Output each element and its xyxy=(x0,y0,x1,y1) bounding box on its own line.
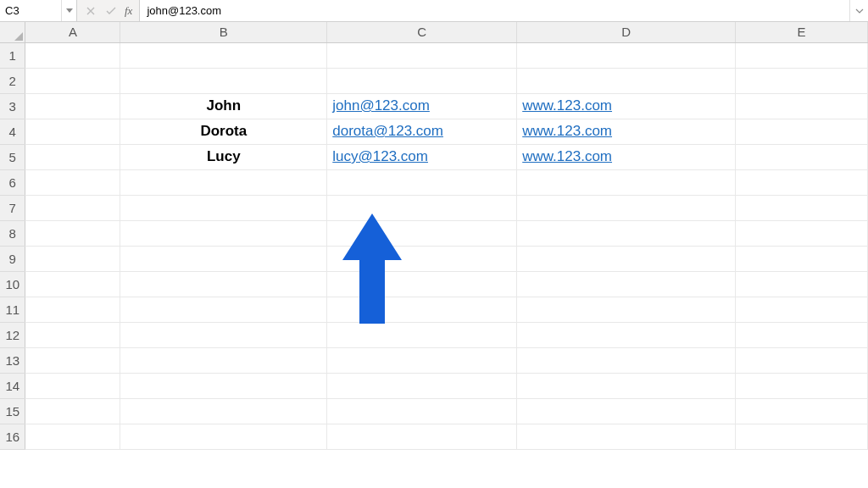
cell-A2[interactable] xyxy=(25,68,120,93)
cell-A5[interactable] xyxy=(25,144,120,169)
cell-E8[interactable] xyxy=(736,220,868,246)
row-header-6[interactable]: 6 xyxy=(0,169,25,195)
cell-B16[interactable] xyxy=(120,424,327,449)
cell-A10[interactable] xyxy=(25,271,120,297)
cell-A16[interactable] xyxy=(25,424,120,449)
cell-C10[interactable] xyxy=(327,271,517,297)
cell-C1[interactable] xyxy=(327,42,517,68)
cell-D16[interactable] xyxy=(517,424,736,449)
enter-formula-button[interactable] xyxy=(101,0,121,21)
hyperlink[interactable]: john@123.com xyxy=(332,97,430,114)
cell-D5[interactable]: www.123.com xyxy=(517,144,736,169)
cell-A6[interactable] xyxy=(25,169,120,195)
cell-C9[interactable] xyxy=(327,246,517,271)
cell-E16[interactable] xyxy=(736,424,868,449)
cell-C13[interactable] xyxy=(327,347,517,373)
row-header-9[interactable]: 9 xyxy=(0,246,25,271)
cell-B6[interactable] xyxy=(120,169,327,195)
fx-button[interactable]: fx xyxy=(121,4,136,18)
name-box-dropdown[interactable] xyxy=(61,0,76,21)
row-header-11[interactable]: 11 xyxy=(0,297,25,322)
cell-B3[interactable]: John xyxy=(120,93,327,119)
row-header-16[interactable]: 16 xyxy=(0,424,25,449)
cell-D3[interactable]: www.123.com xyxy=(517,93,736,119)
col-header-C[interactable]: C xyxy=(327,22,517,42)
cell-D12[interactable] xyxy=(517,322,736,347)
hyperlink[interactable]: www.123.com xyxy=(522,97,612,114)
cell-B13[interactable] xyxy=(120,347,327,373)
cell-C12[interactable] xyxy=(327,322,517,347)
cell-E5[interactable] xyxy=(736,144,868,169)
cell-B2[interactable]: Name xyxy=(120,68,327,93)
cell-C5[interactable]: lucy@123.com xyxy=(327,144,517,169)
cell-D10[interactable] xyxy=(517,271,736,297)
cell-D2[interactable]: Web xyxy=(517,68,736,93)
cancel-formula-button[interactable] xyxy=(81,0,101,21)
row-header-13[interactable]: 13 xyxy=(0,347,25,373)
cell-A7[interactable] xyxy=(25,195,120,220)
cell-A12[interactable] xyxy=(25,322,120,347)
cell-B7[interactable] xyxy=(120,195,327,220)
row-header-7[interactable]: 7 xyxy=(0,195,25,220)
cell-C2[interactable]: Email xyxy=(327,68,517,93)
cell-D14[interactable] xyxy=(517,373,736,398)
cell-B9[interactable] xyxy=(120,246,327,271)
cell-A8[interactable] xyxy=(25,220,120,246)
cell-D4[interactable]: www.123.com xyxy=(517,119,736,144)
cell-C11[interactable] xyxy=(327,297,517,322)
cell-B11[interactable] xyxy=(120,297,327,322)
row-header-4[interactable]: 4 xyxy=(0,119,25,144)
cell-E7[interactable] xyxy=(736,195,868,220)
cell-E4[interactable] xyxy=(736,119,868,144)
row-header-14[interactable]: 14 xyxy=(0,373,25,398)
row-header-10[interactable]: 10 xyxy=(0,271,25,297)
col-header-B[interactable]: B xyxy=(120,22,327,42)
cell-B4[interactable]: Dorota xyxy=(120,119,327,144)
cell-D13[interactable] xyxy=(517,347,736,373)
row-header-12[interactable]: 12 xyxy=(0,322,25,347)
cell-A15[interactable] xyxy=(25,398,120,424)
cell-C8[interactable] xyxy=(327,220,517,246)
cell-D11[interactable] xyxy=(517,297,736,322)
cell-C3[interactable]: john@123.com xyxy=(327,93,517,119)
cell-A11[interactable] xyxy=(25,297,120,322)
cell-B8[interactable] xyxy=(120,220,327,246)
cell-D15[interactable] xyxy=(517,398,736,424)
hyperlink[interactable]: www.123.com xyxy=(522,148,612,164)
cell-E13[interactable] xyxy=(736,347,868,373)
col-header-D[interactable]: D xyxy=(517,22,736,42)
cell-C15[interactable] xyxy=(327,398,517,424)
cell-E12[interactable] xyxy=(736,322,868,347)
hyperlink[interactable]: dorota@123.com xyxy=(332,123,443,139)
row-header-8[interactable]: 8 xyxy=(0,220,25,246)
formula-input[interactable] xyxy=(140,0,849,21)
cell-E10[interactable] xyxy=(736,271,868,297)
cell-B1[interactable] xyxy=(120,42,327,68)
spreadsheet-grid[interactable]: A B C D E 1 2 Name Email Web 3 John john… xyxy=(0,22,868,450)
cell-E6[interactable] xyxy=(736,169,868,195)
cell-A3[interactable] xyxy=(25,93,120,119)
cell-D6[interactable] xyxy=(517,169,736,195)
cell-D1[interactable] xyxy=(517,42,736,68)
cell-C7[interactable] xyxy=(327,195,517,220)
cell-C6[interactable] xyxy=(327,169,517,195)
cell-C14[interactable] xyxy=(327,373,517,398)
hyperlink[interactable]: lucy@123.com xyxy=(332,148,428,164)
cell-D8[interactable] xyxy=(517,220,736,246)
cell-A4[interactable] xyxy=(25,119,120,144)
cell-C4[interactable]: dorota@123.com xyxy=(327,119,517,144)
cell-B12[interactable] xyxy=(120,322,327,347)
row-header-1[interactable]: 1 xyxy=(0,42,25,68)
cell-B5[interactable]: Lucy xyxy=(120,144,327,169)
row-header-15[interactable]: 15 xyxy=(0,398,25,424)
cell-E15[interactable] xyxy=(736,398,868,424)
cell-D9[interactable] xyxy=(517,246,736,271)
select-all-corner[interactable] xyxy=(0,22,25,42)
cell-E3[interactable] xyxy=(736,93,868,119)
cell-E1[interactable] xyxy=(736,42,868,68)
cell-A9[interactable] xyxy=(25,246,120,271)
hyperlink[interactable]: www.123.com xyxy=(522,123,612,139)
cell-A13[interactable] xyxy=(25,347,120,373)
cell-E9[interactable] xyxy=(736,246,868,271)
cell-D7[interactable] xyxy=(517,195,736,220)
